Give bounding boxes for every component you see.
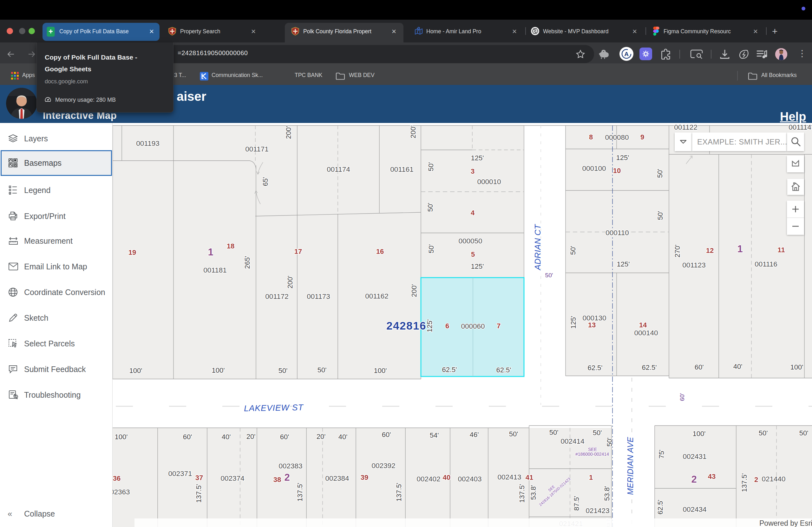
svg-text:001181: 001181: [203, 266, 227, 274]
svg-text:41: 41: [525, 473, 533, 481]
svg-text:62.5': 62.5': [442, 366, 457, 374]
svg-text:125': 125': [617, 260, 630, 268]
svg-text:50': 50': [318, 366, 327, 374]
svg-text:000140: 000140: [634, 329, 658, 337]
svg-text:1: 1: [737, 243, 742, 255]
svg-text:62.5': 62.5': [656, 499, 664, 514]
svg-text:001161: 001161: [390, 165, 413, 174]
svg-text:200': 200': [409, 125, 417, 138]
svg-text:60': 60': [183, 433, 192, 441]
svg-text:001114: 001114: [788, 124, 811, 131]
svg-text:10: 10: [613, 167, 621, 175]
svg-text:002392: 002392: [372, 462, 395, 470]
svg-text:38: 38: [273, 476, 281, 484]
svg-text:001172: 001172: [265, 292, 288, 300]
svg-text:9: 9: [640, 133, 644, 141]
svg-text:000050: 000050: [458, 237, 482, 245]
svg-text:40: 40: [443, 473, 450, 481]
svg-text:A: A: [624, 51, 629, 57]
svg-text:4: 4: [471, 209, 475, 217]
svg-text:137.5': 137.5': [518, 484, 526, 502]
svg-text:50': 50': [593, 429, 602, 437]
svg-text:002403: 002403: [458, 475, 481, 483]
svg-text:001116: 001116: [755, 260, 778, 268]
svg-text:50': 50': [799, 429, 809, 437]
svg-text:125': 125': [569, 316, 577, 329]
svg-text:60': 60': [280, 433, 289, 441]
svg-text:002371: 002371: [168, 470, 192, 478]
svg-text:50': 50': [549, 428, 559, 436]
svg-text:60': 60': [695, 363, 704, 371]
svg-text:2: 2: [754, 476, 758, 484]
svg-text:021423: 021423: [585, 507, 609, 515]
svg-text:60': 60': [679, 393, 685, 401]
svg-text:14: 14: [639, 321, 647, 329]
svg-text:50': 50': [606, 438, 613, 447]
svg-text:125': 125': [616, 154, 629, 162]
svg-text:137.5': 137.5': [296, 483, 304, 501]
svg-text:001162: 001162: [365, 292, 388, 300]
svg-text:50': 50': [509, 430, 518, 438]
svg-text:53.8': 53.8': [603, 486, 611, 501]
svg-text:62.5': 62.5': [588, 364, 602, 372]
svg-text:270': 270': [673, 245, 681, 258]
svg-text:65': 65': [261, 177, 269, 186]
svg-text:200': 200': [285, 126, 292, 139]
svg-text:50': 50': [656, 211, 664, 220]
svg-text:39: 39: [361, 473, 368, 481]
svg-text:6: 6: [445, 322, 449, 330]
svg-text:62.5': 62.5': [496, 366, 511, 374]
svg-text:16: 16: [376, 247, 384, 255]
svg-text:20': 20': [317, 433, 326, 440]
svg-text:40': 40': [733, 363, 742, 371]
svg-text:50': 50': [426, 203, 434, 212]
svg-text:LAKEVIEW ST: LAKEVIEW ST: [244, 403, 304, 413]
svg-text:7: 7: [497, 322, 501, 330]
svg-text:50': 50': [656, 169, 664, 178]
svg-text:000110: 000110: [606, 229, 629, 237]
svg-text:002402: 002402: [417, 475, 440, 483]
svg-text:137.5': 137.5': [395, 483, 403, 501]
svg-text:40': 40': [222, 433, 231, 441]
svg-text:002414: 002414: [561, 437, 584, 445]
svg-text:100': 100': [115, 433, 128, 441]
svg-text:12: 12: [706, 246, 714, 255]
svg-text:242816: 242816: [386, 319, 426, 332]
svg-text:3: 3: [471, 167, 475, 175]
svg-text:001173: 001173: [307, 292, 330, 300]
svg-text:50': 50': [545, 272, 553, 278]
svg-text:200': 200': [410, 284, 418, 297]
svg-text:1: 1: [208, 246, 213, 258]
svg-text:001174: 001174: [327, 165, 350, 174]
svg-text:43: 43: [708, 472, 715, 480]
svg-text:001193: 001193: [136, 139, 159, 147]
svg-text:20': 20': [246, 433, 256, 440]
svg-text:002363: 002363: [113, 488, 130, 496]
svg-text:37: 37: [195, 474, 203, 482]
svg-text:002431: 002431: [683, 453, 706, 461]
svg-text:265': 265': [243, 256, 251, 269]
svg-text:50': 50': [427, 244, 435, 254]
svg-text:46': 46': [470, 431, 479, 439]
svg-text:19: 19: [129, 249, 136, 256]
svg-text:125': 125': [426, 319, 434, 332]
svg-text:100': 100': [693, 430, 706, 438]
svg-text:000100: 000100: [582, 164, 606, 172]
svg-text:50': 50': [759, 429, 768, 437]
svg-text:36: 36: [113, 475, 120, 482]
svg-text:000010: 000010: [477, 178, 501, 186]
svg-text:87.5': 87.5': [572, 496, 580, 511]
svg-text:137.5': 137.5': [195, 484, 203, 502]
svg-text:50': 50': [427, 162, 435, 171]
svg-text:001171: 001171: [245, 145, 269, 153]
svg-text:000080: 000080: [605, 133, 629, 141]
svg-text:002374: 002374: [220, 475, 244, 482]
svg-text:100': 100': [374, 367, 387, 375]
svg-text:002384: 002384: [325, 475, 349, 482]
svg-text:001123: 001123: [682, 261, 706, 269]
svg-text:50': 50': [569, 246, 577, 255]
svg-text:75': 75': [657, 450, 665, 459]
svg-text:100': 100': [129, 367, 142, 375]
svg-text:002413: 002413: [497, 473, 521, 481]
svg-text:62.5': 62.5': [642, 363, 656, 372]
